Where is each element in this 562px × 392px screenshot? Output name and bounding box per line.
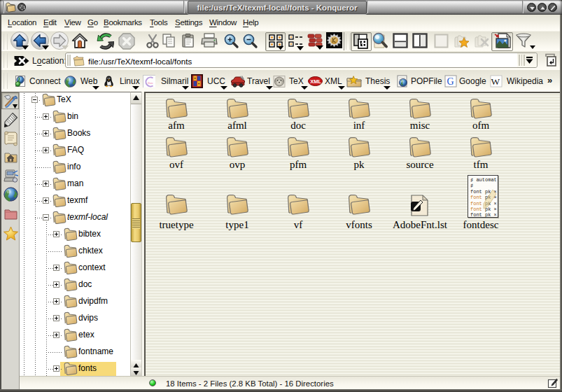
svg-text:Gaia: Gaia (148, 82, 153, 85)
svg-text:XML: XML (310, 78, 321, 85)
svg-text:W: W (491, 76, 500, 87)
svg-text:G: G (447, 76, 454, 87)
